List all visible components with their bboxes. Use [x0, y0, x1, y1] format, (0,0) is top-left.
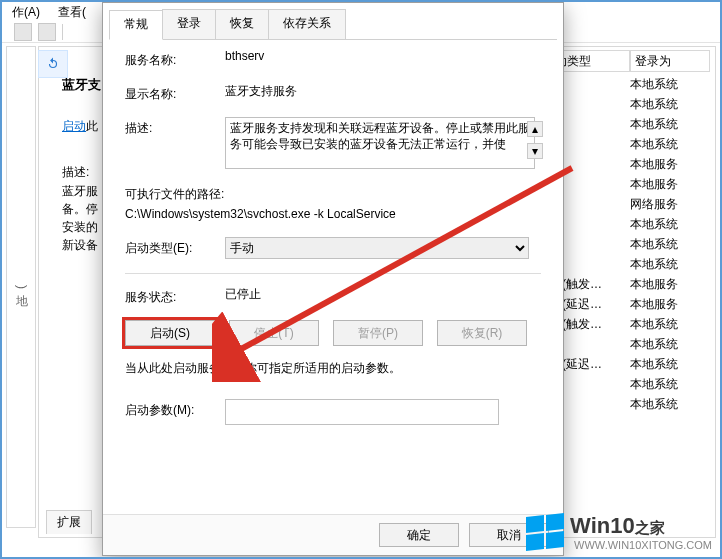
- tab-logon[interactable]: 登录: [162, 9, 216, 39]
- cell-logon-as: 本地服务: [630, 276, 710, 293]
- panel-bottom-tabs: 扩展: [46, 510, 92, 534]
- cell-logon-as: 本地系统: [630, 96, 710, 113]
- label-startup-type: 启动类型(E):: [125, 237, 225, 257]
- tab-general[interactable]: 常规: [109, 10, 163, 40]
- col-logon-as[interactable]: 登录为: [630, 50, 710, 72]
- table-row[interactable]: 动本地系统: [550, 114, 710, 134]
- scroll-up-icon[interactable]: ▴: [527, 121, 543, 137]
- pause-button: 暂停(P): [333, 320, 423, 346]
- start-params-input[interactable]: [225, 399, 499, 425]
- cell-logon-as: 本地系统: [630, 376, 710, 393]
- refresh-icon[interactable]: [38, 50, 68, 78]
- table-row[interactable]: 动(延迟…本地系统: [550, 354, 710, 374]
- cell-logon-as: 网络服务: [630, 196, 710, 213]
- cell-logon-as: 本地服务: [630, 156, 710, 173]
- toolbar-back-icon[interactable]: [14, 23, 32, 41]
- service-list-rows: 动本地系统动本地系统动本地系统动本地系统动本地服务动本地服务动网络服务动本地系统…: [550, 74, 710, 414]
- cell-logon-as: 本地系统: [630, 236, 710, 253]
- cell-logon-as: 本地系统: [630, 396, 710, 413]
- table-row[interactable]: 动网络服务: [550, 194, 710, 214]
- watermark-suffix: 之家: [635, 519, 665, 536]
- table-row[interactable]: 动本地系统: [550, 394, 710, 414]
- table-row[interactable]: 动(触发…本地服务: [550, 274, 710, 294]
- cell-logon-as: 本地系统: [630, 76, 710, 93]
- value-service-name: bthserv: [225, 49, 264, 63]
- label-service-name: 服务名称:: [125, 49, 225, 69]
- toolbar-divider: [62, 24, 63, 40]
- resume-button: 恢复(R): [437, 320, 527, 346]
- description-scrollbar[interactable]: ▴ ▾: [527, 121, 541, 159]
- table-row[interactable]: 动(延迟…本地服务: [550, 294, 710, 314]
- start-params-hint: 当从此处启动服务时，你可指定所适用的启动参数。: [125, 360, 541, 377]
- table-row[interactable]: 动本地系统: [550, 234, 710, 254]
- service-properties-dialog: 常规 登录 恢复 依存关系 服务名称: bthserv 显示名称: 蓝牙支持服务…: [102, 2, 564, 556]
- table-row[interactable]: 动本地系统: [550, 94, 710, 114]
- cell-logon-as: 本地系统: [630, 136, 710, 153]
- toolbar: [14, 22, 63, 42]
- label-exe-path: 可执行文件的路径:: [125, 183, 541, 203]
- tab-dependencies[interactable]: 依存关系: [268, 9, 346, 39]
- table-row[interactable]: 动本地系统: [550, 74, 710, 94]
- bg-desc-label: 描述:: [62, 164, 89, 181]
- bg-desc-body: 蓝牙服 备。停 安装的 新设备: [62, 182, 98, 254]
- table-row[interactable]: 动(触发…本地系统: [550, 314, 710, 334]
- dialog-footer: 确定 取消: [103, 514, 563, 555]
- value-description[interactable]: 蓝牙服务支持发现和关联远程蓝牙设备。停止或禁用此服务可能会导致已安装的蓝牙设备无…: [225, 117, 535, 169]
- cell-logon-as: 本地服务: [630, 296, 710, 313]
- separator: [125, 273, 541, 274]
- cell-logon-as: 本地系统: [630, 316, 710, 333]
- windows-logo-icon: [526, 513, 564, 551]
- watermark-brand: Win10: [570, 513, 635, 538]
- watermark: Win10之家 WWW.WIN10XITONG.COM: [526, 513, 712, 551]
- stop-button: 停止(T): [229, 320, 319, 346]
- tree-node-local[interactable]: 地): [6, 46, 36, 528]
- value-display-name: 蓝牙支持服务: [225, 83, 297, 100]
- cell-logon-as: 本地系统: [630, 256, 710, 273]
- table-row[interactable]: 动本地系统: [550, 134, 710, 154]
- cell-logon-as: 本地服务: [630, 176, 710, 193]
- cell-logon-as: 本地系统: [630, 356, 710, 373]
- cell-logon-as: 本地系统: [630, 336, 710, 353]
- start-button[interactable]: 启动(S): [125, 320, 215, 346]
- start-service-link[interactable]: 启动: [62, 118, 86, 135]
- menu-action[interactable]: 作(A): [12, 4, 40, 21]
- dialog-tabs: 常规 登录 恢复 依存关系: [109, 9, 557, 40]
- label-display-name: 显示名称:: [125, 83, 225, 103]
- cell-logon-as: 本地系统: [630, 216, 710, 233]
- scroll-down-icon[interactable]: ▾: [527, 143, 543, 159]
- selected-service-title: 蓝牙支: [62, 76, 101, 94]
- table-row[interactable]: 动本地系统: [550, 214, 710, 234]
- table-row[interactable]: 动本地系统: [550, 334, 710, 354]
- startup-type-select[interactable]: 手动: [225, 237, 529, 259]
- value-service-status: 已停止: [225, 286, 261, 303]
- label-start-params: 启动参数(M):: [125, 399, 225, 419]
- tab-recovery[interactable]: 恢复: [215, 9, 269, 39]
- tab-extended[interactable]: 扩展: [46, 510, 92, 534]
- table-row[interactable]: 动本地系统: [550, 254, 710, 274]
- table-row[interactable]: 动本地系统: [550, 374, 710, 394]
- value-exe-path: C:\Windows\system32\svchost.exe -k Local…: [125, 207, 541, 221]
- table-row[interactable]: 动本地服务: [550, 154, 710, 174]
- menu-view[interactable]: 查看(: [58, 4, 86, 21]
- toolbar-fwd-icon[interactable]: [38, 23, 56, 41]
- ok-button[interactable]: 确定: [379, 523, 459, 547]
- watermark-url: WWW.WIN10XITONG.COM: [574, 539, 712, 551]
- label-description: 描述:: [125, 117, 225, 137]
- cell-logon-as: 本地系统: [630, 116, 710, 133]
- start-link-suffix: 此: [86, 118, 98, 135]
- label-service-status: 服务状态:: [125, 286, 225, 306]
- table-row[interactable]: 动本地服务: [550, 174, 710, 194]
- list-header: 动类型 登录为: [550, 50, 710, 72]
